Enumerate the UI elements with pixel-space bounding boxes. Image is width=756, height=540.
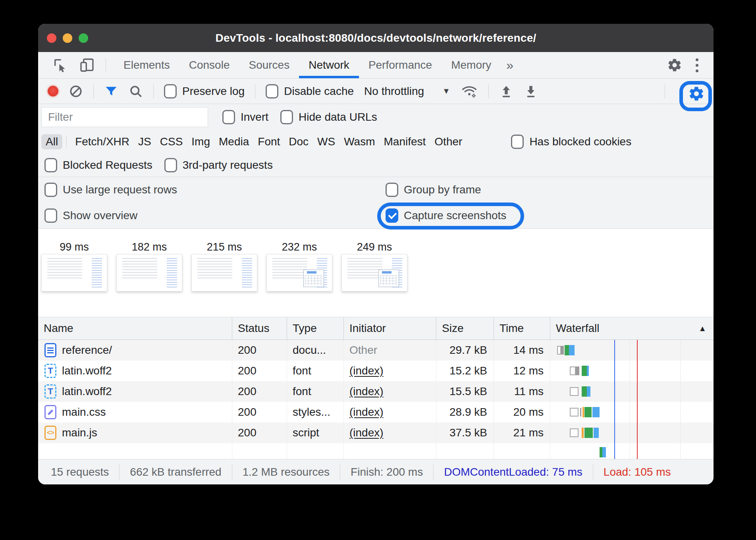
tab-sources[interactable]: Sources [239, 52, 299, 78]
request-name: latin.woff2 [62, 385, 112, 398]
request-time: 20 ms [494, 402, 550, 422]
waterfall-cell [550, 340, 714, 361]
waterfall-waiting-bar [570, 387, 579, 396]
initiator-link[interactable]: (index) [349, 406, 384, 418]
tab-elements[interactable]: Elements [114, 52, 179, 78]
invert-checkbox[interactable] [222, 110, 235, 124]
type-chip-css[interactable]: CSS [156, 134, 187, 149]
third-party-requests-checkbox[interactable] [164, 158, 177, 172]
blocked-requests-label[interactable]: Blocked Requests [63, 159, 152, 172]
font-resource-icon: T [44, 364, 56, 378]
show-overview-label[interactable]: Show overview [63, 209, 137, 222]
type-chip-other[interactable]: Other [430, 134, 467, 149]
frame-thumbnail[interactable] [116, 254, 182, 291]
preserve-log-label[interactable]: Preserve log [182, 85, 245, 98]
type-chip-manifest[interactable]: Manifest [380, 134, 430, 149]
use-large-request-rows-label[interactable]: Use large request rows [63, 183, 177, 196]
preserve-log-checkbox[interactable] [164, 84, 177, 98]
type-chip-media[interactable]: Media [214, 134, 253, 149]
requests-table: Name Status Type Initiator Size Time Wat… [38, 317, 714, 459]
request-row-latin-woff2-1[interactable]: T latin.woff2 200 font (index) 15.2 kB 1… [38, 361, 714, 381]
waterfall-cell [550, 443, 714, 459]
filmstrip-frame: 249 ms [341, 240, 407, 317]
waterfall-waiting-bar [570, 428, 579, 437]
disable-cache-label[interactable]: Disable cache [284, 85, 354, 98]
column-header-name[interactable]: Name [38, 317, 232, 339]
frame-thumbnail[interactable] [341, 254, 407, 291]
request-row-main-css[interactable]: main.css 200 styles... (index) 28.9 kB 2… [38, 402, 714, 422]
type-chip-js[interactable]: JS [134, 134, 156, 149]
type-chip-doc[interactable]: Doc [284, 134, 313, 149]
request-row-partial[interactable] [38, 443, 714, 459]
invert-label[interactable]: Invert [241, 111, 268, 123]
device-toolbar-icon[interactable] [79, 57, 95, 73]
frame-thumbnail[interactable] [191, 254, 257, 291]
search-icon[interactable] [129, 84, 143, 98]
dom-content-loaded-marker-line [614, 340, 615, 459]
use-large-request-rows-checkbox[interactable] [44, 183, 57, 197]
has-blocked-cookies-control: Has blocked cookies [511, 135, 631, 149]
zoom-window-button[interactable] [79, 33, 88, 43]
sort-ascending-icon: ▲ [698, 324, 706, 333]
chevron-down-icon: ▼ [442, 87, 450, 96]
type-chip-ws[interactable]: WS [313, 134, 339, 149]
devtools-settings-gear-icon[interactable] [667, 58, 682, 73]
export-har-download-icon[interactable] [524, 84, 538, 98]
group-by-frame-label[interactable]: Group by frame [404, 183, 481, 196]
column-header-type[interactable]: Type [287, 317, 344, 339]
tab-network[interactable]: Network [299, 52, 359, 78]
waterfall-cell [550, 361, 714, 381]
third-party-requests-label[interactable]: 3rd-party requests [183, 159, 273, 172]
minimize-window-button[interactable] [63, 33, 72, 43]
capture-screenshots-checkbox[interactable] [386, 208, 398, 223]
type-chip-wasm[interactable]: Wasm [339, 134, 379, 149]
blocked-requests-checkbox[interactable] [44, 158, 57, 172]
tab-performance[interactable]: Performance [359, 52, 442, 78]
column-header-status[interactable]: Status [232, 317, 287, 339]
initiator-link[interactable]: (index) [349, 426, 384, 439]
divider [488, 84, 489, 98]
filter-funnel-icon[interactable] [104, 84, 118, 98]
inspect-element-icon[interactable] [52, 57, 68, 73]
hide-data-urls-label[interactable]: Hide data URLs [299, 111, 377, 123]
network-settings-gear-icon[interactable] [688, 85, 705, 102]
clear-network-log-icon[interactable] [69, 84, 83, 98]
has-blocked-cookies-label[interactable]: Has blocked cookies [529, 135, 631, 148]
waterfall-download-bar [592, 407, 600, 417]
stylesheet-resource-icon [44, 405, 56, 419]
column-header-time[interactable]: Time [494, 317, 550, 339]
initiator-link[interactable]: (index) [349, 385, 384, 398]
type-chip-all[interactable]: All [41, 134, 62, 149]
tab-memory[interactable]: Memory [442, 52, 501, 78]
initiator-link[interactable]: (index) [349, 364, 384, 377]
capture-screenshots-label[interactable]: Capture screenshots [404, 209, 506, 222]
column-header-initiator[interactable]: Initiator [344, 317, 436, 339]
kebab-menu-icon[interactable] [694, 57, 700, 74]
divider [66, 136, 67, 148]
record-network-log-button[interactable] [48, 86, 58, 96]
column-header-waterfall[interactable]: Waterfall ▲ [550, 317, 714, 339]
hide-data-urls-checkbox[interactable] [280, 110, 293, 124]
frame-thumbnail[interactable] [266, 254, 332, 291]
waterfall-waiting-bar [570, 408, 579, 417]
throttling-select[interactable]: No throttling ▼ [364, 85, 450, 98]
frame-thumbnail[interactable] [41, 254, 107, 291]
type-chip-font[interactable]: Font [253, 134, 284, 149]
request-row-main-js[interactable]: <> main.js 200 script (index) 37.5 kB 21… [38, 422, 714, 443]
more-tabs-icon[interactable]: » [501, 52, 519, 78]
filter-input[interactable] [41, 107, 208, 127]
show-overview-checkbox[interactable] [44, 208, 57, 223]
network-conditions-wifi-icon[interactable] [461, 84, 478, 99]
close-window-button[interactable] [47, 33, 56, 43]
request-row-reference[interactable]: reference/ 200 docu... Other 29.7 kB 14 … [38, 340, 714, 361]
has-blocked-cookies-checkbox[interactable] [511, 135, 524, 149]
request-row-latin-woff2-2[interactable]: T latin.woff2 200 font (index) 15.5 kB 1… [38, 381, 714, 402]
import-har-upload-icon[interactable] [499, 84, 513, 98]
traffic-lights [47, 24, 88, 52]
type-chip-fetch-xhr[interactable]: Fetch/XHR [71, 134, 134, 149]
group-by-frame-checkbox[interactable] [386, 183, 398, 197]
tab-console[interactable]: Console [179, 52, 239, 78]
type-chip-img[interactable]: Img [187, 134, 214, 149]
disable-cache-checkbox[interactable] [266, 84, 278, 98]
column-header-size[interactable]: Size [436, 317, 494, 339]
